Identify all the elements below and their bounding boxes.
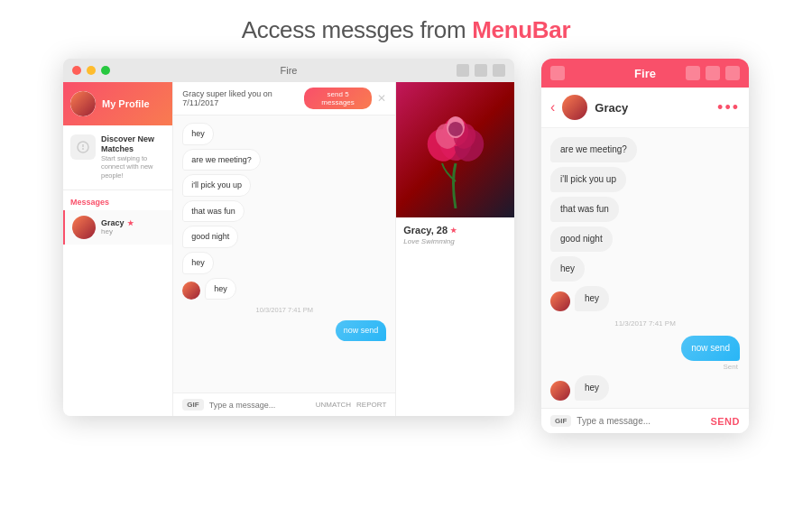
- window-right-controls: [457, 64, 505, 77]
- sidebar-discover-item[interactable]: Discover New Matches Start swiping to co…: [63, 125, 172, 190]
- contact-info: Gracy ★ hey: [101, 218, 134, 236]
- report-button[interactable]: REPORT: [356, 401, 386, 409]
- mobile-message-bubble: good night: [550, 226, 613, 252]
- mobile-titlebar: Fire: [541, 59, 749, 88]
- message-item: that was fun: [182, 200, 386, 223]
- mobile-sender-avatar: [550, 381, 570, 401]
- message-bubble: hey: [205, 278, 236, 300]
- mobile-message-bubble: hey: [550, 256, 585, 282]
- header-text-normal: Access messges from: [242, 16, 473, 43]
- mobile-gif-button[interactable]: GIF: [550, 415, 571, 427]
- page-header: Access messges from MenuBar: [242, 0, 571, 59]
- mobile-message-bubble: hey: [575, 286, 609, 311]
- sidebar-contact-item[interactable]: Gracy ★ hey: [63, 210, 172, 245]
- window-icon-3: [493, 64, 505, 77]
- profile-info: Gracy, 28 ★ Love Swimming: [396, 217, 514, 253]
- content-area: Fire My Profile: [0, 59, 812, 433]
- sent-label: Sent: [550, 363, 740, 371]
- minimize-button[interactable]: [87, 66, 96, 75]
- discover-icon: [70, 134, 96, 160]
- sidebar-profile-header[interactable]: My Profile: [63, 82, 172, 125]
- maximize-button[interactable]: [101, 66, 110, 75]
- mobile-messages-list: are we meeting? i'll pick you up that wa…: [541, 128, 749, 408]
- message-bubble: are we meeting?: [182, 149, 261, 171]
- message-item: hey: [182, 252, 386, 274]
- mobile-message-item: are we meeting?: [550, 137, 740, 162]
- svg-point-2: [82, 148, 84, 150]
- discover-text: Discover New Matches Start swiping to co…: [101, 134, 165, 180]
- mobile-message-item: hey: [550, 375, 740, 401]
- back-button[interactable]: ‹: [550, 99, 555, 115]
- message-item: hey: [182, 278, 386, 300]
- mobile-settings-icon[interactable]: [725, 66, 740, 80]
- message-bubble: good night: [182, 226, 238, 248]
- send-messages-button[interactable]: send 5 messages: [304, 88, 372, 109]
- mobile-message-item: good night: [550, 226, 740, 252]
- close-button[interactable]: [72, 66, 81, 75]
- message-item: are we meeting?: [182, 149, 386, 171]
- mobile-message-bubble: are we meeting?: [550, 137, 637, 162]
- message-item: i'll pick you up: [182, 174, 386, 197]
- window-icon-2: [475, 64, 487, 77]
- message-item: now send: [182, 320, 386, 341]
- mobile-message-bubble: hey: [575, 375, 609, 401]
- mobile-timestamp: 11/3/2017 7:41 PM: [550, 319, 740, 328]
- desktop-sidebar: My Profile Discover New Matches Start sw…: [63, 82, 173, 416]
- mobile-title: Fire: [634, 67, 656, 80]
- mobile-message-item: hey: [550, 286, 740, 311]
- chat-notification: Gracy super liked you on 7/11/2017 send …: [173, 82, 395, 115]
- message-bubble: that was fun: [182, 200, 245, 223]
- mobile-home-icon[interactable]: [686, 66, 700, 80]
- mobile-message-item: hey: [550, 256, 740, 282]
- profile-photo: [396, 82, 514, 217]
- svg-point-10: [448, 122, 463, 136]
- mobile-app: Fire ‹ Gracy ••• are we meeting? i'll pi…: [541, 59, 749, 433]
- window-titlebar: Fire: [63, 59, 514, 82]
- mobile-message-item: that was fun: [550, 197, 740, 222]
- mobile-menu-icon: [550, 66, 565, 80]
- message-item: hey: [182, 123, 386, 145]
- discover-title: Discover New Matches: [101, 134, 165, 154]
- discover-subtitle: Start swiping to connect with new people…: [101, 154, 165, 180]
- message-bubble: hey: [182, 123, 214, 145]
- sender-avatar: [182, 282, 200, 300]
- mobile-message-bubble: i'll pick you up: [550, 167, 626, 192]
- window-title: Fire: [281, 65, 298, 76]
- star-icon: ★: [127, 219, 134, 227]
- rose-image: [396, 82, 514, 217]
- message-bubble: hey: [182, 252, 214, 274]
- unmatch-button[interactable]: UNMATCH: [316, 401, 351, 409]
- contact-last-message: hey: [101, 227, 134, 236]
- mobile-message-bubble: now send: [681, 336, 740, 361]
- mobile-right-icons: [686, 66, 740, 80]
- mobile-contact-name: Gracy: [595, 101, 710, 115]
- message-bubble: i'll pick you up: [182, 174, 251, 197]
- message-bubble: now send: [336, 320, 387, 341]
- messages-label: Messages: [63, 190, 172, 210]
- header-text-bold: MenuBar: [472, 16, 570, 43]
- message-item: good night: [182, 226, 386, 248]
- mobile-chat-header: ‹ Gracy •••: [541, 88, 749, 128]
- avatar: [70, 91, 96, 116]
- mobile-contact-avatar: [562, 95, 587, 120]
- close-notification-icon[interactable]: ✕: [377, 92, 386, 105]
- mobile-message-input[interactable]: [577, 416, 705, 426]
- contact-avatar: [72, 216, 96, 239]
- message-input[interactable]: [209, 401, 310, 410]
- star-icon: ★: [450, 226, 457, 235]
- mobile-refresh-icon[interactable]: [706, 66, 720, 80]
- desktop-chat-panel: Gracy super liked you on 7/11/2017 send …: [173, 82, 395, 416]
- mobile-input-bar: GIF SEND: [541, 408, 749, 433]
- profile-bio: Love Swimming: [403, 237, 507, 245]
- gif-button[interactable]: GIF: [182, 399, 203, 411]
- chat-input-bar: GIF UNMATCH REPORT: [173, 393, 395, 416]
- mobile-message-item: i'll pick you up: [550, 167, 740, 192]
- mobile-sender-avatar: [550, 291, 570, 311]
- mobile-message-bubble: that was fun: [550, 197, 619, 222]
- profile-name: My Profile: [102, 98, 150, 109]
- window-icon-1: [457, 64, 469, 77]
- desktop-right-panel: Gracy, 28 ★ Love Swimming: [395, 82, 514, 416]
- mobile-send-button[interactable]: SEND: [710, 416, 740, 427]
- more-options-button[interactable]: •••: [717, 98, 740, 117]
- profile-name-age: Gracy, 28 ★: [403, 225, 507, 236]
